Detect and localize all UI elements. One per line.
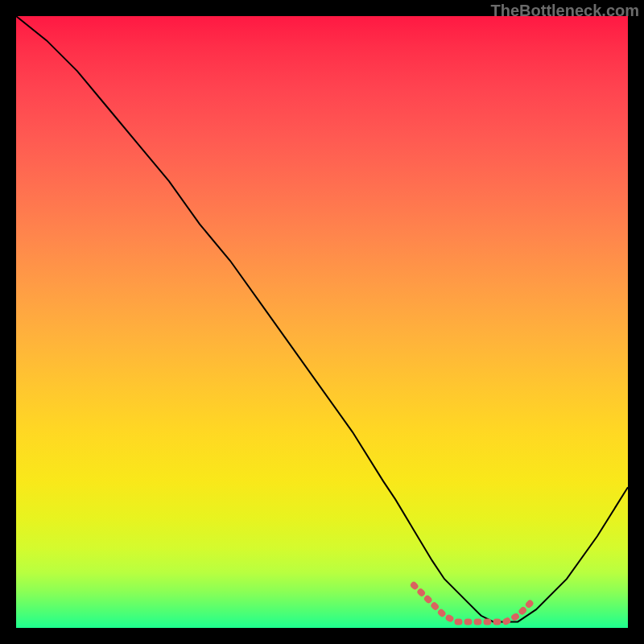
bottleneck-curve	[16, 16, 628, 621]
optimal-range-marker	[414, 585, 530, 622]
chart-svg	[16, 16, 628, 628]
plot-area	[16, 16, 628, 628]
chart-container: TheBottleneck.com	[0, 0, 644, 644]
watermark-text: TheBottleneck.com	[491, 2, 639, 20]
